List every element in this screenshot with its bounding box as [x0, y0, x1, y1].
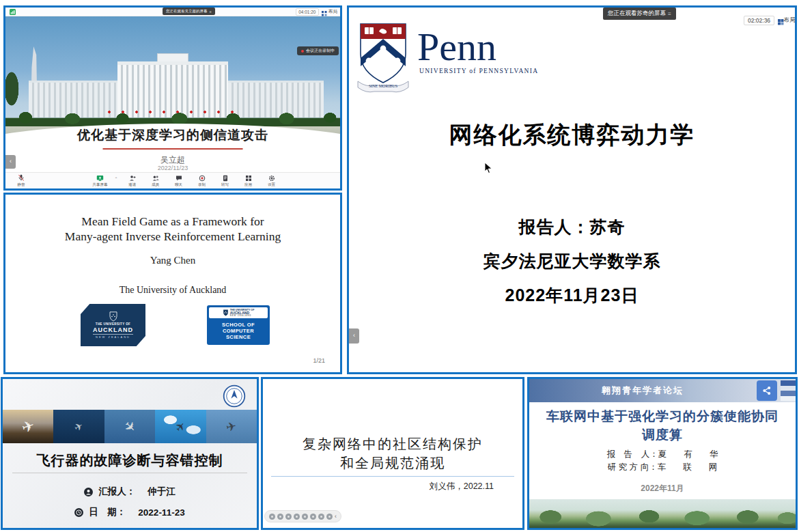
airplane-icon: ✈: [172, 419, 188, 435]
title-underline: [103, 148, 243, 150]
settings-button[interactable]: 设置: [263, 175, 281, 187]
penn-wordmark: Penn: [417, 24, 496, 70]
transcribe-button[interactable]: 转写: [216, 175, 234, 187]
record-button[interactable]: 录制: [193, 175, 211, 187]
slide-window-mean-field-game[interactable]: Mean Field Game as a Framework for Many-…: [3, 193, 342, 374]
school-of-computer-science-logo: THE UNIVERSITY OF AUCKLAND NEW ZEALAND S…: [207, 305, 270, 345]
slide-window-aircraft[interactable]: ✈ ✈ ✈ ✈ ✈ 飞行器的故障诊断与容错控制 汇报人： 仲于江 日 期： 20…: [1, 377, 259, 530]
motto-text: SINE MORIBUS: [369, 84, 397, 88]
comment-tool-icon[interactable]: [318, 514, 324, 520]
watching-banner[interactable]: 您正在观看吴立超的屏幕 ≡: [163, 8, 215, 15]
slide-photo-campus: [5, 16, 340, 137]
logo-text: SCHOOL OF: [209, 322, 268, 328]
slide-author: 刘义伟，2022.11: [430, 481, 494, 492]
layout-button-label: 布局: [784, 16, 796, 25]
logo-text: THE UNIVERSITY OF: [96, 322, 130, 326]
slide-title-line2: 和全局规范涌现: [263, 454, 522, 473]
slide-date: 2022年11月23日: [349, 284, 795, 307]
control-label: 转写: [221, 182, 229, 187]
slide-window-complex-networks[interactable]: 复杂网络中的社区结构保护 和全局规范涌现 刘义伟，2022.11 ‹: [261, 377, 524, 530]
share-screen-icon: [96, 175, 104, 182]
stealth-drone-photo: ✈: [104, 410, 155, 443]
slide-presenter: 报告人：苏奇: [349, 216, 795, 238]
slide-department: 宾夕法尼亚大学数学系: [349, 250, 795, 272]
nuaa-logo: [223, 384, 246, 408]
camera-tool-icon[interactable]: [302, 514, 308, 520]
layout-button[interactable]: 布局: [778, 16, 797, 25]
share-button[interactable]: [757, 380, 777, 401]
slide-window-vehicular-network[interactable]: 翱翔青年学者论坛 车联网中基于强化学习的分簇使能协同 调度算 报 告 人：夏 有…: [527, 377, 798, 530]
recording-notification[interactable]: 会议正在录制中: [297, 46, 339, 55]
logo-text: NEW ZEALAND: [230, 314, 255, 317]
caret-up-icon[interactable]: ⌃: [114, 176, 117, 181]
banner-menu-icon[interactable]: ≡: [668, 10, 671, 17]
logo-text: AUCKLAND: [93, 326, 133, 335]
layout-grid-icon: [322, 11, 324, 14]
fighter-jet-photo: ✈: [53, 410, 104, 443]
collapse-toolbar-icon[interactable]: ‹: [335, 514, 337, 520]
presenter-label: 汇报人：: [98, 486, 135, 498]
chat-button[interactable]: 聊天: [170, 175, 188, 187]
field-label: 研 究 方 向：: [608, 462, 658, 472]
presenter-label: 报 告 人：: [607, 449, 658, 459]
screen-tool-icon[interactable]: [310, 514, 316, 520]
auckland-university-logo: THE UNIVERSITY OF AUCKLAND NEW ZEALAND: [81, 304, 145, 346]
chat-icon: [176, 175, 182, 182]
mic-label: 静音: [18, 182, 25, 187]
airliner-photo: ✈: [3, 410, 53, 443]
research-field-row: 研 究 方 向：车 联 网: [529, 462, 796, 473]
collapse-tab[interactable]: ‹: [5, 155, 16, 169]
laser-tool-icon[interactable]: [277, 514, 283, 520]
chevron-left-icon: ‹: [353, 332, 355, 339]
members-button[interactable]: 成员: [147, 175, 165, 187]
watching-banner[interactable]: 您正在观看苏奇的屏幕 ≡: [603, 8, 676, 20]
forum-title: 翱翔青年学者论坛: [529, 379, 756, 402]
slide-title-line2: 调度算: [529, 426, 796, 444]
connection-quality-icon: [10, 9, 16, 15]
penn-subtitle: UNIVERSITY of PENNSYLVANIA: [419, 68, 538, 74]
header-stripe-decoration: [781, 380, 796, 401]
annotation-toolbar[interactable]: ‹: [264, 510, 341, 522]
control-label: 邀请: [128, 182, 136, 187]
slide-title-line1: 复杂网络中的社区结构保护: [263, 435, 522, 453]
logo-text: NEW ZEALAND: [96, 335, 130, 339]
banner-menu-icon[interactable]: ≡: [210, 10, 212, 14]
fullscreen-tool-icon[interactable]: [294, 514, 300, 520]
slide-author: Yang Chen: [5, 255, 340, 266]
notification-text: 会议正在录制中: [306, 48, 335, 54]
title-underline: [12, 473, 247, 473]
layout-button[interactable]: 布局: [322, 9, 338, 15]
aircraft-photo-strip: ✈ ✈ ✈ ✈ ✈: [3, 410, 257, 443]
control-label: 共享屏幕: [92, 182, 107, 187]
page-number: 1/21: [313, 357, 325, 364]
penn-shield-logo: SINE MORIBUS: [354, 21, 412, 94]
control-label: 录制: [198, 182, 206, 187]
slide-title-line1: 车联网中基于强化学习的分簇使能协同: [529, 408, 796, 425]
slide-title: 优化基于深度学习的侧信道攻击: [5, 126, 340, 144]
share-icon: [761, 384, 773, 397]
transport-plane-photo: ✈: [206, 410, 257, 443]
collapse-tab[interactable]: ‹: [349, 328, 359, 344]
airplane-icon: ✈: [72, 419, 86, 434]
apps-grid-icon: [245, 175, 252, 182]
apps-button[interactable]: 应用: [240, 175, 257, 187]
invite-button[interactable]: 邀请: [124, 175, 141, 187]
mic-control[interactable]: 静音: [11, 174, 31, 187]
slide-title: 飞行器的故障诊断与容错控制: [3, 451, 257, 470]
slide-affiliation: The University of Auckland: [5, 285, 340, 296]
campus-landscape-photo: [529, 499, 796, 528]
members-icon: [152, 175, 159, 182]
cursor-tool-icon[interactable]: [269, 514, 275, 520]
control-label: 成员: [152, 182, 159, 187]
slide-date: 2022年11月: [529, 483, 796, 494]
airplane-icon: ✈: [20, 417, 37, 436]
airplane-icon: ✈: [225, 419, 238, 435]
auckland-crest-icon: [109, 311, 118, 322]
meeting-window-side-channel[interactable]: 04:01:20 布局 您正在观看吴立超的屏幕 ≡ 会议正在录制中 ‹ 优化基于…: [3, 5, 342, 191]
more-tool-icon[interactable]: [326, 514, 333, 520]
share-screen-button[interactable]: 共享屏幕: [91, 175, 109, 187]
meeting-window-penn[interactable]: 您正在观看苏奇的屏幕 ≡ 02:02:36 布局 SINE MORIBUS Pe…: [347, 5, 797, 374]
meeting-controls: 共享屏幕 ⌃ 邀请 成员 聊天 录制: [91, 175, 280, 187]
pen-tool-icon[interactable]: [285, 514, 292, 520]
screen-share-grid: 04:01:20 布局 您正在观看吴立超的屏幕 ≡ 会议正在录制中 ‹ 优化基于…: [0, 0, 799, 532]
